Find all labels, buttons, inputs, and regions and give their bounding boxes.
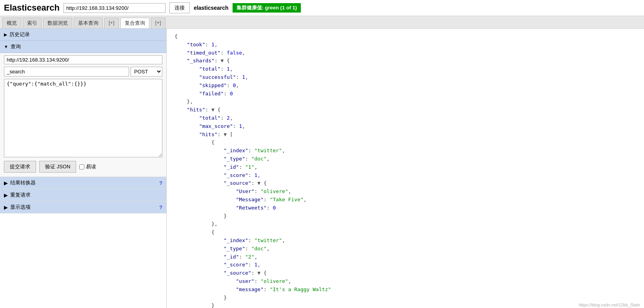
easyread-checkbox[interactable] — [79, 164, 84, 169]
display-options-help-icon[interactable]: ? — [159, 204, 162, 210]
history-section-header[interactable]: ▶ 历史记录 — [0, 29, 166, 41]
action-row: 提交请求 验证 JSON 易读 — [4, 161, 162, 173]
json-line: "total": 2, — [175, 114, 636, 122]
json-line: "failed": 0 — [175, 90, 636, 98]
json-line: } — [175, 294, 636, 302]
collapse-icon[interactable]: ▼ — [257, 270, 264, 276]
tab-index[interactable]: 索引 — [23, 18, 42, 28]
endpoint-input[interactable] — [4, 67, 129, 77]
display-options-header[interactable]: ▶ 显示选项 ? — [0, 201, 166, 213]
display-options-section: ▶ 显示选项 ? — [0, 201, 166, 213]
repeat-request-arrow-icon: ▶ — [4, 192, 8, 198]
json-line: } — [175, 302, 636, 308]
json-line: "_id": "1", — [175, 163, 636, 171]
method-select[interactable]: GET POST PUT DELETE — [131, 67, 162, 77]
footer-hint: https://blog.csdn.net/12kb_Stain — [579, 303, 640, 307]
collapse-icon[interactable]: ▼ — [220, 58, 227, 64]
json-line: "_source": ▼ { — [175, 269, 636, 277]
result-transformer-section: ▶ 结果转换器 ? — [0, 177, 166, 189]
json-line: }, — [175, 220, 636, 228]
json-line: "_score": 1, — [175, 261, 636, 269]
collapse-icon[interactable]: ▼ — [224, 131, 230, 137]
json-line: "Retweets": 0 — [175, 204, 636, 212]
json-line: "Message": "Take Five", — [175, 196, 636, 204]
json-line: "_index": "twitter", — [175, 147, 636, 155]
endpoint-row: GET POST PUT DELETE — [4, 67, 162, 77]
easyread-label[interactable]: 易读 — [79, 163, 96, 170]
json-line: "successful": 1, — [175, 73, 636, 82]
output-panel: { "took": 1, "timed_out": false, "_shard… — [167, 29, 644, 308]
json-line: "_index": "twitter", — [175, 237, 636, 245]
repeat-request-label: 重复请求 — [10, 191, 31, 199]
json-line: { — [175, 33, 636, 41]
json-line: { — [175, 139, 636, 147]
history-label: 历史记录 — [9, 31, 30, 38]
tab-overview[interactable]: 概览 — [2, 18, 21, 28]
json-line: "max_score": 1, — [175, 122, 636, 131]
submit-button[interactable]: 提交请求 — [4, 161, 36, 173]
repeat-request-left: ▶ 重复请求 — [4, 191, 31, 199]
json-line: { — [175, 228, 636, 237]
json-line: "_source": ▼ { — [175, 179, 636, 188]
server-url-input[interactable] — [64, 3, 166, 13]
result-transformer-arrow-icon: ▶ — [4, 180, 8, 186]
app-title: Elasticsearch — [4, 3, 60, 13]
history-arrow-icon: ▶ — [4, 32, 7, 37]
collapse-icon[interactable]: ▼ — [211, 107, 218, 113]
tab-basic-query[interactable]: 基本查询 — [74, 18, 103, 28]
result-transformer-help-icon[interactable]: ? — [159, 180, 162, 186]
nav-tabs: 概览 索引 数据浏览 基本查询 [+] 复合查询 [+] — [0, 16, 644, 29]
display-options-arrow-icon: ▶ — [4, 204, 8, 210]
health-badge: 集群健康值: green (1 of 1) — [233, 3, 301, 13]
connect-button[interactable]: 连接 — [169, 2, 190, 13]
json-line: "hits": ▼ { — [175, 106, 636, 114]
json-line: "skipped": 0, — [175, 82, 636, 90]
repeat-request-section: ▶ 重复请求 — [0, 189, 166, 201]
json-line: "User": "olivere", — [175, 188, 636, 196]
query-url-input[interactable] — [4, 55, 162, 64]
json-line: }, — [175, 98, 636, 106]
display-options-label: 显示选项 — [10, 204, 31, 211]
json-line: "_type": "doc", — [175, 245, 636, 253]
tab-complex-query[interactable]: 复合查询 — [120, 18, 149, 28]
validate-json-button[interactable]: 验证 JSON — [39, 161, 76, 173]
query-body-textarea[interactable]: {"query":{"match_all":{}}} — [4, 79, 162, 157]
easyread-text: 易读 — [86, 163, 96, 170]
main-layout: ▶ 历史记录 ▼ 查询 GET POST PUT DELETE {"query"… — [0, 29, 644, 308]
json-line: "_id": "2", — [175, 253, 636, 261]
result-transformer-header[interactable]: ▶ 结果转换器 ? — [0, 177, 166, 189]
json-line: "_score": 1, — [175, 171, 636, 180]
tab-complex-plus[interactable]: [+] — [151, 18, 166, 28]
header: Elasticsearch 连接 elasticsearch 集群健康值: gr… — [0, 0, 644, 16]
json-line: "_type": "doc", — [175, 155, 636, 163]
json-line: "user": "olivere", — [175, 277, 636, 286]
tab-basic-plus[interactable]: [+] — [104, 18, 119, 28]
result-transformer-label: 结果转换器 — [10, 179, 36, 186]
query-label: 查询 — [11, 43, 21, 50]
sidebar: ▶ 历史记录 ▼ 查询 GET POST PUT DELETE {"query"… — [0, 29, 167, 308]
query-section-header[interactable]: ▼ 查询 — [0, 41, 166, 53]
json-line: "message": "It's a Raggy Waltz" — [175, 286, 636, 294]
repeat-request-header[interactable]: ▶ 重复请求 — [0, 189, 166, 201]
display-options-left: ▶ 显示选项 — [4, 204, 31, 211]
tab-data-browser[interactable]: 数据浏览 — [43, 18, 72, 28]
json-line: "timed_out": false, — [175, 49, 636, 57]
json-line: } — [175, 212, 636, 221]
collapse-icon[interactable]: ▼ — [257, 180, 264, 186]
result-transformer-left: ▶ 结果转换器 — [4, 179, 36, 186]
query-arrow-icon: ▼ — [4, 44, 8, 49]
json-line: "_shards": ▼ { — [175, 57, 636, 65]
json-line: "took": 1, — [175, 41, 636, 49]
json-line: "total": 1, — [175, 65, 636, 73]
json-line: "hits": ▼ [ — [175, 131, 636, 139]
query-section-body: GET POST PUT DELETE {"query":{"match_all… — [0, 53, 166, 177]
cluster-name-label: elasticsearch — [194, 5, 229, 11]
